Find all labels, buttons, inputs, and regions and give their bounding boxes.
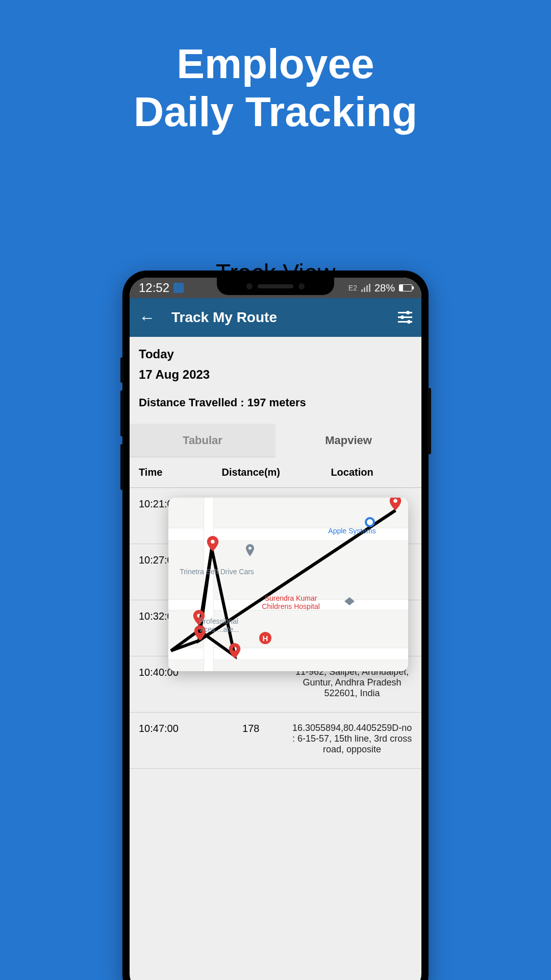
- phone-volume-down: [120, 390, 123, 436]
- tab-tabular[interactable]: Tabular: [130, 424, 276, 457]
- cell-distance: [210, 667, 292, 702]
- map-preview-overlay[interactable]: Apple Systems Trinetra Self Drive Cars S…: [168, 498, 408, 671]
- map-pin-icon: [388, 498, 403, 510]
- map-poi-dot-icon: [365, 517, 375, 527]
- today-label: Today: [139, 347, 412, 361]
- phone-side-button: [120, 444, 123, 490]
- distance-travelled: Distance Travelled : 197 meters: [139, 396, 412, 409]
- cell-distance: 178: [210, 723, 292, 758]
- map-poi-pin-icon: [244, 544, 256, 556]
- hospital-marker-icon: H: [259, 632, 271, 644]
- map-pin-icon: [205, 536, 220, 551]
- phone-power-button: [428, 388, 431, 454]
- battery-icon: [399, 284, 412, 291]
- map-label-apple-systems: Apple Systems: [328, 527, 375, 535]
- hero-line2: Daily Tracking: [0, 88, 551, 136]
- cell-location: 16.3055894,80.4405259D-no : 6-15-57, 15t…: [292, 723, 412, 758]
- cell-location: 11-962, Salipet, Arundalpet, Guntur, And…: [292, 667, 412, 702]
- cell-time: 10:40:00: [139, 667, 210, 702]
- cell-time: 10:47:00: [139, 723, 210, 758]
- app-title: Track My Route: [171, 309, 398, 326]
- hero-title: Employee Daily Tracking: [0, 0, 551, 136]
- col-header-time: Time: [139, 467, 210, 478]
- map-label-pro-services: Professional vices ...ate...: [199, 617, 239, 633]
- status-network-label: E2: [348, 284, 357, 292]
- map-label-trinetra: Trinetra Self Drive Cars: [180, 568, 254, 576]
- phone-notch: [217, 278, 334, 295]
- col-header-distance: Distance(m): [210, 467, 292, 478]
- phone-volume-up: [120, 357, 123, 383]
- back-arrow-icon[interactable]: ←: [139, 308, 155, 327]
- summary-block: Today 17 Aug 2023 Distance Travelled : 1…: [130, 337, 421, 414]
- date-label: 17 Aug 2023: [139, 368, 412, 382]
- filter-settings-icon[interactable]: [398, 312, 412, 323]
- status-app-icon: [173, 283, 184, 293]
- hero-line1: Employee: [0, 40, 551, 88]
- map-label-hospital: Surendra Kumar Childrens Hospital: [262, 594, 320, 610]
- app-bar: ← Track My Route: [130, 298, 421, 337]
- status-time: 12:52: [139, 281, 169, 295]
- map-pin-icon: [227, 643, 242, 658]
- table-row[interactable]: 10:47:00 178 16.3055894,80.4405259D-no :…: [130, 713, 421, 769]
- col-header-location: Location: [292, 467, 412, 478]
- signal-icon: [361, 284, 370, 292]
- tab-mapview[interactable]: Mapview: [276, 424, 421, 457]
- view-tabs: Tabular Mapview: [130, 424, 421, 457]
- map-canvas: Apple Systems Trinetra Self Drive Cars S…: [168, 498, 408, 671]
- status-battery-percent: 28%: [374, 282, 395, 294]
